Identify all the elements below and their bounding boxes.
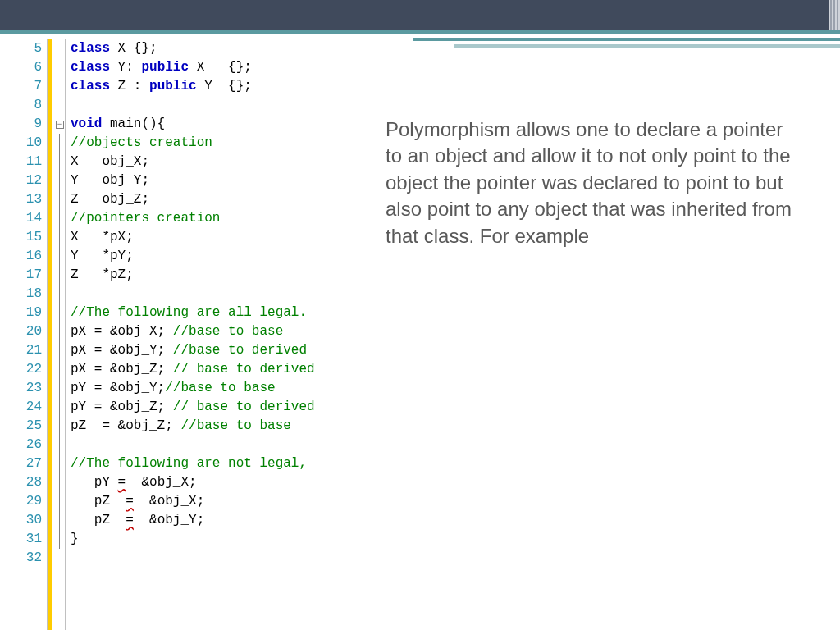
code-line: class Y: public X {}; — [71, 58, 315, 77]
line-number: 9 — [0, 115, 42, 134]
text-token: pZ — [71, 513, 126, 527]
text-token: Z *pZ; — [71, 267, 134, 282]
text-token: pX = &obj_X; — [71, 324, 173, 339]
fold-cell — [54, 171, 65, 190]
line-number: 16 — [0, 247, 42, 266]
code-line — [71, 96, 315, 115]
line-number: 10 — [0, 134, 42, 153]
keyword-token: class — [71, 79, 110, 94]
line-number: 31 — [0, 530, 42, 549]
text-token: } — [71, 532, 79, 546]
line-number: 11 — [0, 153, 42, 171]
line-number: 8 — [0, 96, 42, 115]
line-number: 25 — [0, 417, 42, 436]
fold-guide — [59, 228, 60, 247]
fold-guide — [59, 530, 60, 549]
code-line: pX = &obj_Z; // base to derived — [71, 360, 315, 379]
fold-guide — [59, 492, 60, 511]
text-token: &obj_X; — [134, 494, 204, 509]
code-line: class X {}; — [71, 39, 315, 58]
explanation-text: Polymorphism allows one to declare a poi… — [377, 34, 840, 630]
fold-guide — [59, 322, 60, 341]
text-token: pZ = &obj_Z; — [71, 418, 180, 433]
code-line: pY = &obj_X; — [71, 473, 315, 492]
fold-guide — [59, 247, 60, 266]
keyword-token: class — [71, 60, 110, 75]
text-token: X obj_X; — [71, 154, 149, 169]
fold-cell — [54, 341, 65, 360]
code-line: Y obj_Y; — [71, 171, 315, 190]
fold-guide — [59, 153, 60, 171]
fold-guide — [59, 209, 60, 228]
fold-cell — [54, 228, 65, 247]
keyword-token: public — [149, 79, 197, 94]
code-line: //The following are all legal. — [71, 304, 315, 322]
text-token: pY — [71, 475, 118, 490]
keyword-token: public — [141, 60, 189, 75]
line-number: 29 — [0, 492, 42, 511]
text-token: &obj_X; — [126, 475, 196, 490]
fold-guide — [59, 190, 60, 209]
fold-guide — [59, 436, 60, 454]
fold-cell — [54, 473, 65, 492]
fold-guide — [59, 341, 60, 360]
line-number-gutter: 5678910111213141516171819202122232425262… — [0, 39, 48, 630]
text-token: Y: — [110, 60, 141, 75]
fold-guide — [59, 511, 60, 530]
code-line: Z obj_Z; — [71, 190, 315, 209]
fold-cell — [54, 530, 65, 549]
comment-token: //base to base — [180, 418, 290, 433]
fold-cell — [54, 436, 65, 454]
fold-cell — [54, 492, 65, 511]
comment-token: //pointers creation — [71, 211, 220, 226]
line-number: 26 — [0, 436, 42, 454]
line-number: 5 — [0, 39, 42, 58]
comment-token: //The following are all legal. — [71, 305, 307, 320]
fold-guide — [59, 171, 60, 190]
fold-guide — [59, 304, 60, 322]
fold-cell — [54, 398, 65, 417]
code-line: X obj_X; — [71, 153, 315, 171]
comment-token: //base to base — [165, 381, 275, 395]
fold-cell[interactable]: − — [54, 115, 65, 134]
code-line: //The following are not legal, — [71, 454, 315, 473]
text-token: pX = &obj_Y; — [71, 343, 173, 358]
text-token: Y {}; — [197, 79, 252, 94]
comment-token: //base to derived — [173, 343, 307, 358]
fold-guide — [59, 473, 60, 492]
text-token: Y *pY; — [71, 249, 134, 263]
fold-cell — [54, 360, 65, 379]
line-number: 7 — [0, 77, 42, 96]
line-number: 32 — [0, 549, 42, 568]
fold-bar: − — [54, 39, 66, 630]
line-number: 27 — [0, 454, 42, 473]
code-line: } — [71, 530, 315, 549]
comment-token: // base to derived — [173, 399, 315, 414]
comment-token: // base to derived — [173, 362, 315, 377]
text-token: Z : — [110, 79, 149, 94]
text-token: pY = &obj_Z; — [71, 399, 173, 414]
keyword-token: void — [71, 116, 102, 131]
fold-guide — [59, 379, 60, 398]
fold-cell — [54, 511, 65, 530]
line-number: 18 — [0, 285, 42, 304]
fold-cell — [54, 549, 65, 568]
error-token: = — [126, 494, 134, 509]
text-token: pZ — [71, 494, 126, 509]
code-line — [71, 436, 315, 454]
line-number: 14 — [0, 209, 42, 228]
line-number: 20 — [0, 322, 42, 341]
fold-guide — [59, 398, 60, 417]
fold-cell — [54, 190, 65, 209]
text-token: Y obj_Y; — [71, 173, 149, 188]
fold-cell — [54, 134, 65, 153]
code-line: class Z : public Y {}; — [71, 77, 315, 96]
fold-toggle-icon[interactable]: − — [56, 121, 64, 129]
line-number: 6 — [0, 58, 42, 77]
fold-cell — [54, 39, 65, 58]
code-line: //pointers creation — [71, 209, 315, 228]
comment-token: //The following are not legal, — [71, 456, 307, 471]
line-number: 15 — [0, 228, 42, 247]
line-number: 19 — [0, 304, 42, 322]
code-line: pZ = &obj_Y; — [71, 511, 315, 530]
